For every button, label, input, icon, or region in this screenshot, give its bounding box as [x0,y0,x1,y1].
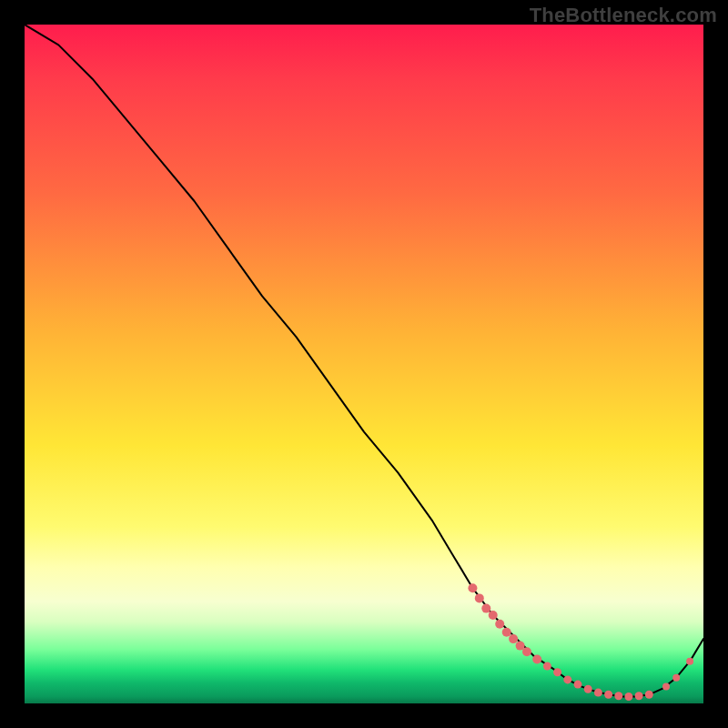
curve-marker [672,674,680,682]
curve-marker [563,675,571,683]
curve-marker [645,691,653,699]
chart-frame: TheBottleneck.com [0,0,728,728]
curve-marker [574,681,582,689]
curve-marker [614,692,622,700]
curve-marker [532,655,541,664]
curve-marker [662,682,670,690]
curve-marker [543,662,551,671]
plot-area [25,25,703,703]
curve-marker [509,634,518,643]
curve-marker [495,620,504,629]
curve-marker [475,593,484,602]
curve-marker [686,658,693,665]
curve-marker [489,611,498,620]
watermark-text: TheBottleneck.com [530,4,717,27]
curve-marker [553,668,561,676]
curve-marker [635,692,643,700]
curve-marker [468,583,477,592]
curve-marker [604,691,612,699]
curve-markers [468,583,693,701]
curve-marker [522,647,531,656]
curve-marker [594,689,602,697]
curve-marker [584,685,592,693]
curve-line [25,25,703,697]
curve-marker [516,642,525,651]
curve-svg [25,25,703,703]
curve-marker [481,604,490,613]
curve-marker [502,628,511,637]
curve-marker [624,693,632,701]
